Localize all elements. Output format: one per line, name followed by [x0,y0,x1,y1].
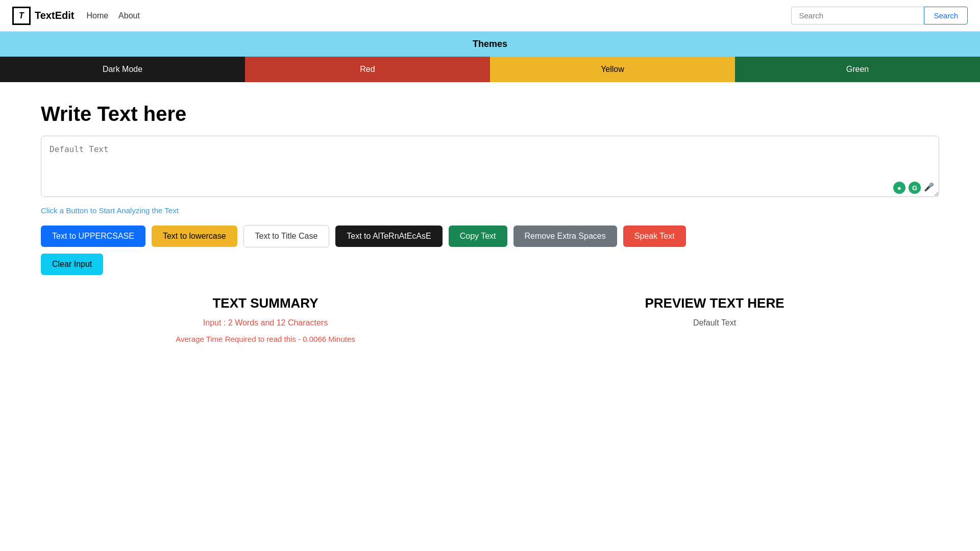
summary-input: Input : 2 Words and 12 Characters [61,318,470,328]
theme-buttons-row: Dark Mode Red Yellow Green [0,57,980,82]
summary-time-prefix: Average Time Required to read this - [176,335,303,343]
brand-icon: T [12,7,31,25]
nav-about[interactable]: About [118,11,140,20]
brand: T TextEdit [12,7,74,25]
alternatecase-button[interactable]: Text to AlTeRnAtEcAsE [335,226,442,247]
summary-time-suffix: Minutes [326,335,355,343]
remove-spaces-button[interactable]: Remove Extra Spaces [513,226,617,247]
page-title: Write Text here [41,103,939,126]
theme-green-button[interactable]: Green [735,57,980,82]
titlecase-button[interactable]: Text to Title Case [243,225,330,247]
preview-title: PREVIEW TEXT HERE [510,295,919,311]
summary-time: Average Time Required to read this - 0.0… [61,335,470,343]
text-summary: TEXT SUMMARY Input : 2 Words and 12 Char… [41,295,490,343]
grammarly-g-icon: G [909,182,921,194]
summary-title: TEXT SUMMARY [61,295,470,311]
action-buttons-row1: Text to UPPERCSASE Text to lowercase Tex… [41,225,939,247]
grammarly-dot-icon: ● [893,182,905,194]
brand-name: TextEdit [35,10,74,21]
textarea-wrapper: ● G 🎤 [41,136,939,199]
main-content: Write Text here ● G 🎤 Click a Button to … [0,82,980,364]
preview-text: Default Text [510,318,919,328]
preview-section: PREVIEW TEXT HERE Default Text [490,295,939,343]
theme-red-button[interactable]: Red [245,57,490,82]
theme-yellow-button[interactable]: Yellow [490,57,735,82]
bottom-section: TEXT SUMMARY Input : 2 Words and 12 Char… [41,295,939,343]
navbar: T TextEdit Home About Search [0,0,980,32]
uppercase-button[interactable]: Text to UPPERCSASE [41,226,145,247]
search-input[interactable] [791,7,924,24]
search-button[interactable]: Search [924,7,968,24]
text-input[interactable] [41,136,939,197]
speak-button[interactable]: Speak Text [623,226,686,247]
nav-links: Home About [86,11,140,20]
nav-home[interactable]: Home [86,11,108,20]
themes-bar: Themes [0,32,980,57]
clear-button[interactable]: Clear Input [41,254,103,275]
hint-text: Click a Button to Start Analyzing the Te… [41,206,939,215]
action-buttons-row2: Clear Input [41,254,939,275]
textarea-icons: ● G 🎤 [893,182,934,194]
lowercase-button[interactable]: Text to lowercase [152,226,237,247]
search-area: Search [791,7,968,24]
summary-time-value: 0.0066 [303,335,326,343]
copy-button[interactable]: Copy Text [449,226,507,247]
theme-dark-button[interactable]: Dark Mode [0,57,245,82]
mic-icon: 🎤 [924,182,934,192]
